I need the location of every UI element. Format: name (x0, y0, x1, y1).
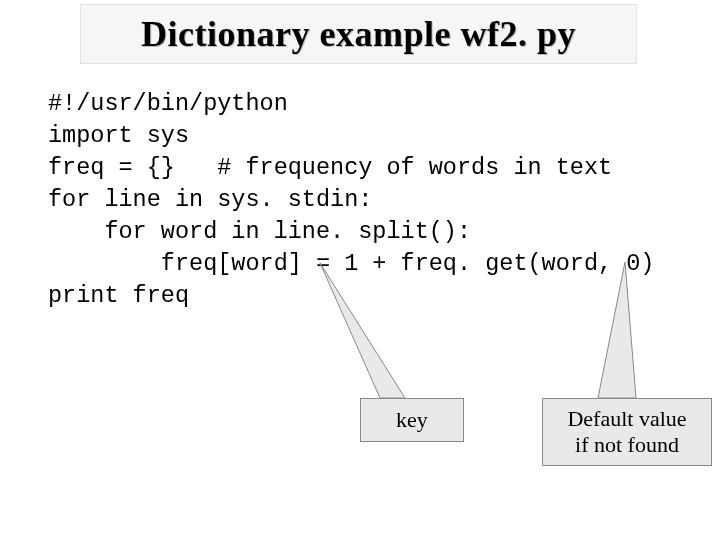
callout-key-label: key (396, 407, 428, 433)
slide: Dictionary example wf2. py #!/usr/bin/py… (0, 0, 720, 540)
slide-title: Dictionary example wf2. py (141, 13, 576, 55)
title-box: Dictionary example wf2. py (80, 4, 637, 64)
callout-default: Default value if not found (542, 398, 712, 466)
code-block: #!/usr/bin/python import sys freq = {} #… (48, 88, 654, 312)
callout-default-label: Default value if not found (567, 406, 686, 458)
callout-key: key (360, 398, 464, 442)
